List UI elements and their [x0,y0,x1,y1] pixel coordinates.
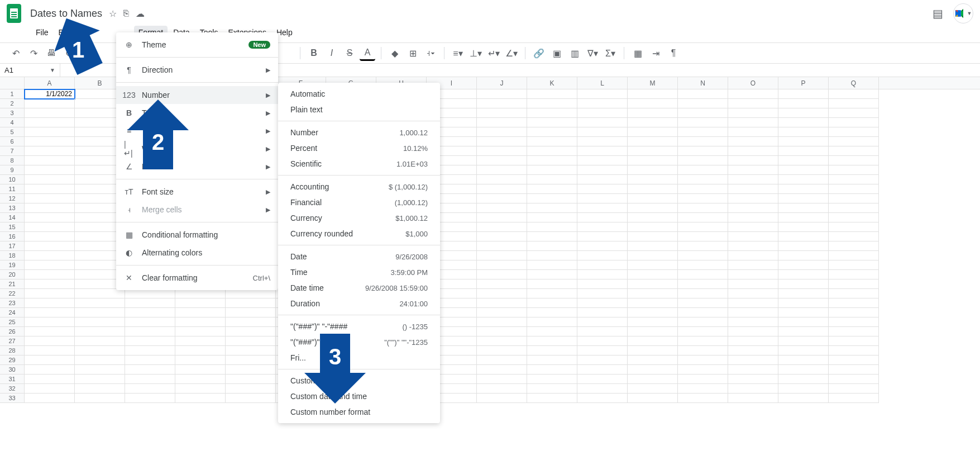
cell[interactable] [678,194,728,203]
cell[interactable] [125,289,175,298]
cell[interactable] [125,308,175,317]
cell[interactable] [527,394,577,403]
cell[interactable] [829,279,879,289]
cell[interactable] [25,137,75,146]
cell[interactable] [728,99,778,108]
cell[interactable] [577,165,628,175]
cell[interactable] [25,99,75,108]
cell[interactable] [25,289,75,298]
cell[interactable] [829,99,879,108]
cell[interactable] [477,346,527,356]
col-header-M[interactable]: M [628,77,678,89]
comment-icon[interactable]: ▣ [549,45,565,61]
col-header-N[interactable]: N [678,77,728,89]
format-fontsize[interactable]: тT Font size ▶ [116,183,278,201]
format-direction[interactable]: ¶ Direction ▶ [116,61,278,79]
cell[interactable] [527,356,577,365]
cell[interactable] [477,213,527,222]
cell[interactable] [728,317,778,327]
cell[interactable] [728,165,778,175]
cell[interactable] [728,289,778,298]
cell[interactable] [678,108,728,118]
cell[interactable] [577,384,628,394]
cell[interactable] [477,108,527,118]
cell[interactable] [829,203,879,213]
cell[interactable] [678,298,728,308]
row-header-2[interactable]: 2 [0,99,25,108]
row-header-14[interactable]: 14 [0,213,25,222]
cell[interactable] [778,175,829,184]
cell[interactable] [678,156,728,165]
cell[interactable] [678,270,728,279]
cell[interactable] [778,346,829,356]
number-duration[interactable]: Duration24:01:00 [278,296,440,311]
cell[interactable] [527,156,577,165]
cell[interactable] [728,260,778,270]
menu-file[interactable]: File [31,26,53,39]
cell[interactable] [527,213,577,222]
cell[interactable] [728,308,778,317]
h-align-icon[interactable]: ≡▾ [450,45,466,61]
cell[interactable] [728,375,778,384]
cell[interactable] [628,308,678,317]
cell[interactable] [477,270,527,279]
cell[interactable] [829,137,879,146]
row-header-12[interactable]: 12 [0,194,25,203]
cell[interactable] [577,298,628,308]
tool2-icon[interactable]: ⇥ [648,45,663,61]
cell[interactable] [226,298,276,308]
cell[interactable] [527,165,577,175]
cell[interactable] [75,289,125,298]
cell[interactable] [678,336,728,346]
cell[interactable] [678,127,728,137]
cell[interactable] [577,327,628,336]
cell[interactable] [678,89,728,99]
cell[interactable] [25,298,75,308]
cell[interactable] [527,270,577,279]
cell[interactable] [226,356,276,365]
cell[interactable] [527,365,577,375]
cell[interactable] [25,336,75,346]
cell[interactable] [628,336,678,346]
cell[interactable] [577,279,628,289]
cell[interactable] [527,317,577,327]
cell[interactable] [477,356,527,365]
cell[interactable] [577,394,628,403]
cell[interactable] [577,241,628,251]
cell[interactable] [829,384,879,394]
cell[interactable] [25,270,75,279]
cell[interactable] [829,346,879,356]
cell[interactable] [829,127,879,137]
cell[interactable] [678,394,728,403]
cell[interactable] [125,384,175,394]
row-header-21[interactable]: 21 [0,279,25,289]
cell[interactable] [628,356,678,365]
cell[interactable] [829,146,879,156]
cell[interactable] [577,203,628,213]
cell[interactable] [75,394,125,403]
number-date[interactable]: Date9/26/2008 [278,249,440,264]
cell[interactable] [728,356,778,365]
row-header-5[interactable]: 5 [0,127,25,137]
cell[interactable] [728,336,778,346]
cell[interactable] [75,384,125,394]
cell[interactable] [527,327,577,336]
cell[interactable] [577,108,628,118]
cell[interactable] [778,108,829,118]
row-header-9[interactable]: 9 [0,165,25,175]
row-header-13[interactable]: 13 [0,203,25,213]
row-header-7[interactable]: 7 [0,146,25,156]
cell[interactable] [577,260,628,270]
cell[interactable] [628,289,678,298]
cell[interactable] [175,384,226,394]
cell[interactable] [778,270,829,279]
cell[interactable] [577,146,628,156]
cell[interactable] [778,394,829,403]
cell[interactable] [175,289,226,298]
cell[interactable] [628,146,678,156]
cell[interactable] [628,317,678,327]
cell[interactable] [628,108,678,118]
cell[interactable] [678,232,728,241]
cell[interactable] [628,99,678,108]
cell[interactable] [477,365,527,375]
